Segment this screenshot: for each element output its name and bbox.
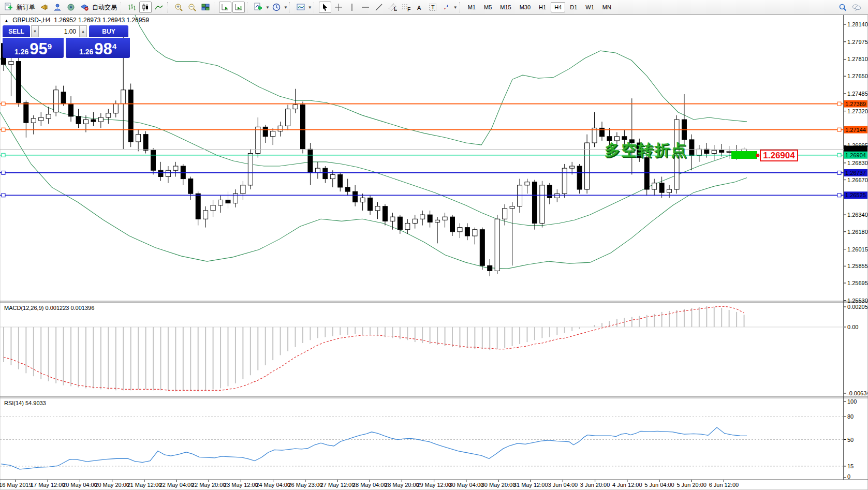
candlestick [39, 117, 43, 121]
price-callout-box[interactable]: 1.26904 [760, 150, 798, 161]
time-axis-label: 30 May 04:00 [449, 482, 483, 488]
svg-text:F: F [407, 6, 410, 12]
chat-button[interactable] [850, 2, 863, 13]
buy-button[interactable]: BUY [89, 25, 128, 37]
chart-shift-button[interactable] [232, 2, 245, 13]
indicators-button[interactable] [252, 2, 264, 13]
line-handle[interactable] [837, 153, 841, 157]
templates-button[interactable] [295, 2, 307, 13]
trendline-tool-button[interactable] [373, 2, 385, 13]
market-watch-button[interactable] [38, 2, 50, 13]
timeframe-h1[interactable]: H1 [535, 2, 550, 12]
candlestick [727, 151, 731, 152]
new-order-button[interactable] [3, 2, 15, 13]
profile-button[interactable] [51, 2, 64, 13]
candlestick [719, 150, 724, 152]
timeframe-m30[interactable]: M30 [516, 2, 534, 12]
sell-price-button[interactable]: 1.26 95 9 [3, 38, 64, 58]
time-axis-label: 6 Jun 12:00 [709, 482, 739, 488]
timeframe-m15[interactable]: M15 [496, 2, 514, 12]
time-axis-label: 24 May 04:00 [256, 482, 290, 488]
text-label-tool-button[interactable]: T [426, 2, 439, 13]
arrows-tool-button[interactable] [440, 2, 452, 13]
collapse-triangle-icon[interactable]: ▲ [4, 18, 9, 23]
line-handle[interactable] [837, 194, 841, 197]
volume-increase-button[interactable]: ▲ [79, 25, 87, 37]
candlestick [61, 92, 66, 103]
candlestick-chart-type-button[interactable] [139, 2, 152, 13]
candlestick [113, 103, 118, 113]
candlestick [31, 118, 36, 123]
toolbar-separator [214, 2, 217, 12]
line-handle[interactable] [2, 102, 5, 106]
buy-price-big: 98 [94, 41, 112, 57]
line-handle[interactable] [2, 171, 5, 174]
timeframe-w1[interactable]: W1 [582, 2, 598, 12]
auto-trading-button[interactable] [78, 2, 91, 13]
timeframe-mn[interactable]: MN [599, 2, 615, 12]
arrows-dropdown-caret[interactable]: ▼ [453, 5, 458, 10]
zoom-in-button[interactable] [172, 2, 185, 13]
candlestick [218, 200, 223, 205]
sell-button[interactable]: SELL [3, 25, 30, 37]
candlestick [600, 128, 605, 136]
signals-button[interactable] [65, 2, 77, 13]
buy-price-button[interactable]: 1.26 98 4 [66, 38, 130, 58]
fibonacci-tool-button[interactable]: F [400, 2, 412, 13]
svg-text:1.26180: 1.26180 [847, 229, 868, 235]
level-lines[interactable] [0, 102, 844, 197]
arrows-icon [442, 3, 451, 12]
auto-scroll-button[interactable] [219, 2, 231, 13]
candlestick [413, 219, 417, 223]
candlestick [83, 120, 88, 124]
indicators-dropdown-caret[interactable]: ▼ [266, 5, 270, 10]
candlestick [301, 105, 305, 149]
bar-chart-type-button[interactable] [126, 2, 138, 13]
candlestick [473, 230, 477, 236]
zoom-out-button[interactable] [186, 2, 198, 13]
volume-input[interactable] [39, 26, 79, 37]
line-handle[interactable] [2, 194, 5, 197]
line-handle[interactable] [2, 128, 5, 131]
search-button[interactable] [836, 2, 849, 13]
toolbar-right-group [836, 2, 864, 13]
svg-text:-0.006347: -0.006347 [847, 390, 868, 396]
line-handle[interactable] [837, 128, 841, 131]
auto-trading-label[interactable]: 自动交易 [92, 3, 117, 12]
cursor-tool-button[interactable] [319, 2, 331, 13]
candlestick [91, 120, 96, 122]
periods-button[interactable] [270, 2, 283, 13]
volume-decrease-button[interactable]: ▼ [31, 25, 39, 37]
horizontal-line-tool-button[interactable] [359, 2, 372, 13]
candlestick [271, 131, 275, 137]
timeframe-d1[interactable]: D1 [566, 2, 581, 12]
crosshair-icon [334, 3, 343, 12]
templates-dropdown-caret[interactable]: ▼ [308, 5, 312, 10]
line-handle[interactable] [2, 153, 5, 157]
horn-icon [39, 3, 49, 12]
timeframe-h4[interactable]: H4 [551, 2, 565, 12]
svg-text:1.27389: 1.27389 [845, 101, 866, 107]
tile-windows-button[interactable] [199, 2, 212, 13]
equidistant-channel-tool-button[interactable]: E [386, 2, 399, 13]
broadcast-icon [66, 3, 76, 12]
line-handle[interactable] [837, 171, 841, 174]
new-order-label[interactable]: 新订单 [17, 3, 35, 12]
timeframe-m5[interactable]: M5 [480, 2, 495, 12]
rsi-label: RSI(14) 54.9033 [4, 400, 46, 406]
line-handle[interactable] [837, 102, 841, 106]
line-chart-type-button[interactable] [153, 2, 165, 13]
periods-dropdown-caret[interactable]: ▼ [284, 5, 288, 10]
candlestick [263, 127, 268, 136]
svg-text:1.26830: 1.26830 [847, 160, 868, 166]
chart-canvas[interactable]: 1.281401.279751.278101.276501.274851.273… [0, 0, 868, 490]
svg-text:100: 100 [847, 398, 857, 405]
turning-point-annotation[interactable]: 多空转折点 [605, 140, 687, 161]
green-highlight-rectangle[interactable] [731, 151, 757, 159]
svg-text:1.27810: 1.27810 [847, 56, 868, 62]
text-tool-button[interactable]: A [413, 2, 425, 13]
candlestick [106, 113, 111, 117]
timeframe-m1[interactable]: M1 [464, 2, 479, 12]
crosshair-tool-button[interactable] [332, 2, 345, 13]
vertical-line-tool-button[interactable] [346, 2, 358, 13]
